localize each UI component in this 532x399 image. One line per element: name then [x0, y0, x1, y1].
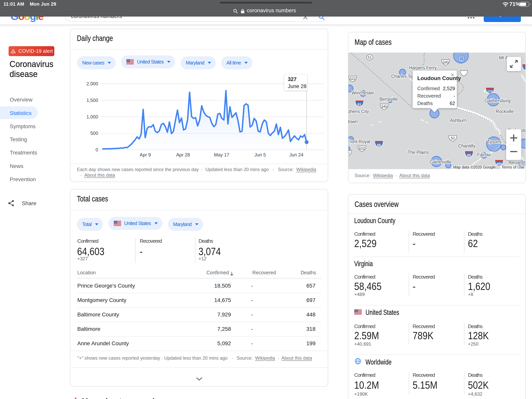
svg-text:522: 522: [359, 147, 365, 150]
svg-text:Gaithersburg: Gaithersburg: [484, 98, 510, 103]
svg-text:Rockville: Rockville: [496, 109, 514, 114]
svg-text:Chantilly: Chantilly: [458, 143, 475, 148]
svg-text:The Plains: The Plains: [408, 150, 429, 155]
svg-text:May 17: May 17: [214, 152, 229, 157]
svg-text:Apr 28: Apr 28: [176, 152, 190, 157]
svg-text:Ashburn: Ashburn: [450, 118, 467, 123]
svg-text:Berryville: Berryville: [379, 97, 398, 102]
svg-text:Terms of Use: Terms of Use: [501, 165, 524, 169]
svg-text:66: 66: [467, 153, 471, 157]
svg-text:522: 522: [350, 77, 355, 81]
svg-text:Fairfax: Fairfax: [477, 152, 491, 157]
svg-text:Alexand: Alexand: [508, 160, 525, 165]
svg-text:0: 0: [96, 147, 98, 152]
svg-text:Front Royal: Front Royal: [348, 139, 370, 144]
svg-text:495: 495: [496, 162, 502, 166]
svg-text:81: 81: [358, 103, 361, 106]
svg-text:Winchester: Winchester: [352, 90, 374, 96]
svg-text:Charles Tow: Charles Tow: [391, 74, 416, 79]
svg-text:1,500: 1,500: [86, 98, 98, 103]
svg-text:51: 51: [368, 56, 372, 59]
svg-text:phens City: phens City: [348, 109, 369, 114]
svg-text:340: 340: [381, 105, 387, 109]
svg-text:Apr 9: Apr 9: [140, 152, 151, 157]
svg-text:Jun 24: Jun 24: [289, 152, 303, 157]
svg-text:50: 50: [451, 136, 455, 140]
svg-text:340: 340: [443, 60, 449, 64]
svg-text:town: town: [348, 119, 358, 124]
svg-text:2,000: 2,000: [86, 81, 98, 86]
svg-text:Harpers Ferry: Harpers Ferry: [409, 65, 437, 70]
svg-text:Jun 5: Jun 5: [254, 152, 266, 157]
svg-text:66: 66: [377, 143, 381, 147]
svg-text:270: 270: [487, 90, 493, 94]
svg-text:500: 500: [90, 130, 98, 136]
svg-text:Tysons: Tysons: [488, 139, 502, 144]
svg-text:1,000: 1,000: [86, 114, 98, 119]
svg-text:Gainesville: Gainesville: [430, 159, 452, 164]
svg-text:40: 40: [348, 151, 349, 155]
svg-text:Map data ©2020 Google: Map data ©2020 Google: [453, 165, 496, 169]
